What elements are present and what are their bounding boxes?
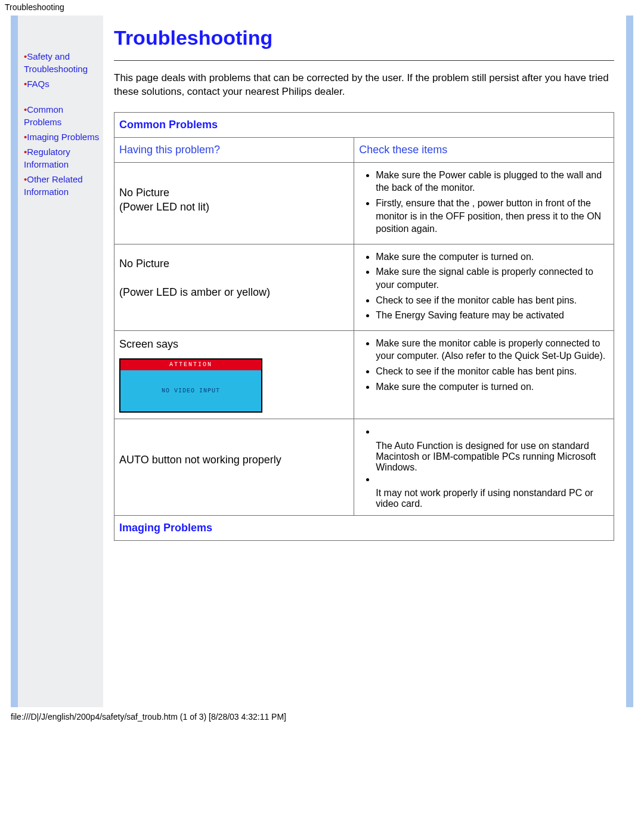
check-item: Make sure the computer is turned on. (376, 380, 609, 394)
sidebar-item-safety[interactable]: •Safety and Troubleshooting (24, 50, 101, 75)
sidebar-item-label: FAQs (27, 79, 49, 89)
check-item: Make sure the computer is turned on. (376, 250, 609, 264)
table-row: No Picture (Power LED not lit) Make sure… (114, 162, 614, 244)
check-item: Check to see if the monitor cable has be… (376, 294, 609, 307)
check-item: Make sure the Power cable is plugged to … (376, 169, 609, 194)
problem-cell: No Picture (Power LED not lit) (114, 162, 354, 244)
problem-line: AUTO button not working properly (119, 454, 281, 466)
sidebar-item-regulatory[interactable]: •Regulatory Information (24, 145, 101, 171)
check-cell: The Auto Function is designed for use on… (354, 419, 614, 516)
check-item: Check to see if the monitor cable has be… (376, 365, 609, 378)
column-header-problem: Having this problem? (114, 137, 354, 162)
content-area: Troubleshooting This page deals with pro… (103, 16, 626, 707)
troubleshooting-table: Common Problems Having this problem? Che… (114, 112, 614, 541)
check-item (376, 425, 609, 438)
check-item: The Energy Saving feature may be activat… (376, 309, 609, 322)
check-cell: Make sure the Power cable is plugged to … (354, 162, 614, 244)
intro-text: This page deals with problems that can b… (114, 72, 614, 99)
page-frame: •Safety and Troubleshooting •FAQs •Commo… (11, 16, 633, 707)
monitor-attention-bar: ATTENTION (120, 360, 261, 370)
table-row: No Picture (Power LED is amber or yellow… (114, 244, 614, 330)
problem-line: (Power LED not lit) (119, 201, 209, 213)
sidebar-item-label: Safety and Troubleshooting (24, 51, 88, 74)
check-cell: Make sure the monitor cable is properly … (354, 330, 614, 419)
check-item: It may not work properly if using nonsta… (359, 488, 609, 509)
check-cell: Make sure the computer is turned on. Mak… (354, 244, 614, 330)
check-item: Make sure the monitor cable is properly … (376, 337, 609, 363)
sidebar-item-faqs[interactable]: •FAQs (24, 78, 101, 90)
sidebar-item-common-problems[interactable]: •Common Problems (24, 103, 101, 128)
page-title: Troubleshooting (114, 26, 614, 49)
check-item: The Auto Function is designed for use on… (359, 441, 609, 473)
check-item: Firstly, ensure that the , power button … (376, 197, 609, 236)
table-row: AUTO button not working properly The Aut… (114, 419, 614, 516)
sidebar-item-label: Imaging Problems (27, 132, 99, 142)
section-imaging-problems: Imaging Problems (114, 516, 614, 541)
browser-page-label: Troubleshooting (0, 0, 644, 16)
sidebar-item-label: Common Problems (24, 104, 63, 127)
problem-line: No Picture (119, 258, 169, 270)
problem-cell: No Picture (Power LED is amber or yellow… (114, 244, 354, 330)
column-header-check: Check these items (354, 137, 614, 162)
section-common-problems: Common Problems (114, 112, 614, 137)
monitor-message-graphic: ATTENTION NO VIDEO INPUT (119, 358, 262, 413)
check-item (376, 473, 609, 486)
sidebar-item-label: Regulatory Information (24, 147, 70, 169)
sidebar-item-other-related[interactable]: •Other Related Information (24, 173, 101, 198)
check-item: Make sure the signal cable is properly c… (376, 265, 609, 291)
sidebar-item-imaging-problems[interactable]: •Imaging Problems (24, 131, 101, 143)
problem-cell: AUTO button not working properly (114, 419, 354, 516)
sidebar-item-label: Other Related Information (24, 174, 83, 197)
monitor-body-text: NO VIDEO INPUT (120, 370, 261, 412)
sidebar: •Safety and Troubleshooting •FAQs •Commo… (18, 16, 103, 707)
table-row: Screen says ATTENTION NO VIDEO INPUT Mak… (114, 330, 614, 419)
problem-cell: Screen says ATTENTION NO VIDEO INPUT (114, 330, 354, 419)
footer-status: file:///D|/J/english/200p4/safety/saf_tr… (0, 707, 644, 729)
problem-line: No Picture (119, 187, 169, 199)
problem-line: Screen says (119, 338, 178, 350)
problem-line: (Power LED is amber or yellow) (119, 286, 270, 298)
divider (114, 60, 614, 61)
